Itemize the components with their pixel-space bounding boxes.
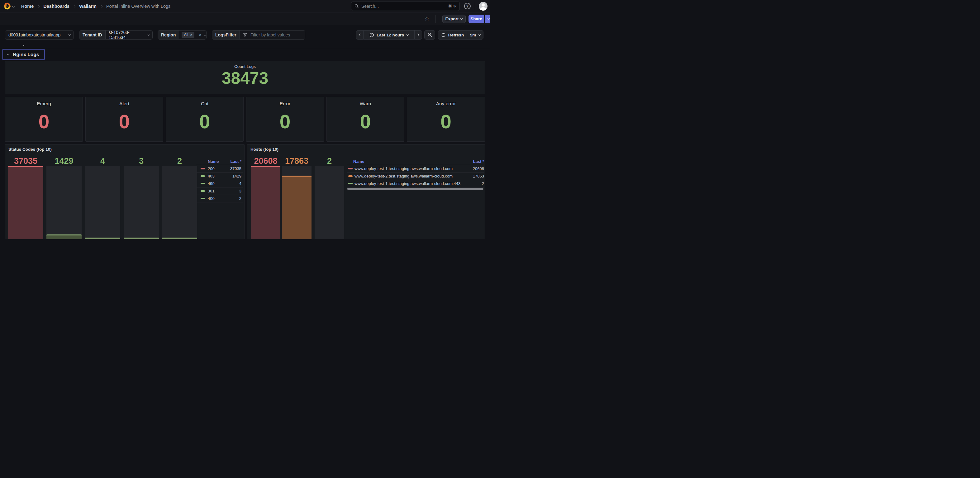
series-color-pill (200, 168, 205, 169)
legend-row[interactable]: 403 1429 (196, 173, 243, 180)
series-name[interactable]: www.deploy-test-1.test.staging.aws.walla… (355, 166, 453, 171)
series-color-pill (200, 198, 205, 199)
profile-button[interactable] (479, 2, 487, 11)
series-name[interactable]: www.deploy-test-1.test.staging.aws.walla… (355, 181, 460, 186)
legend-row[interactable]: 499 4 (196, 180, 243, 187)
time-zoom-out-button[interactable] (424, 30, 435, 40)
series-color-pill (200, 175, 205, 177)
bar-fill (46, 235, 82, 239)
panel-count-logs: Count Logs 38473 (5, 61, 485, 94)
panel-title: Crit (166, 101, 243, 106)
bar-499 (85, 166, 120, 239)
chevron-right-icon (37, 5, 40, 7)
bar-fill (162, 238, 197, 239)
export-button[interactable]: Export (442, 14, 466, 23)
dashboard-toolbar: ☆ Export Share (0, 13, 490, 25)
stat-value: 0 (5, 110, 83, 133)
legend-header-last[interactable]: Last * (473, 159, 484, 164)
share-dropdown-button[interactable] (485, 14, 490, 23)
legend-header-name[interactable]: Name (208, 159, 219, 164)
variable-tenant: Tenant ID st-107263-1581634 (79, 30, 153, 40)
panel-title: Warn (327, 101, 404, 106)
legend-header-last[interactable]: Last * (231, 159, 243, 164)
series-name[interactable]: www.deploy-test-2.test.staging.aws.walla… (355, 174, 453, 178)
zoom-out-icon (427, 32, 433, 37)
breadcrumb-wallarm[interactable]: Wallarm (79, 4, 97, 9)
legend-header-name[interactable]: Name (353, 159, 364, 164)
region-chip-all[interactable]: All × (181, 32, 194, 38)
bar-host-3 (315, 166, 344, 239)
series-name[interactable]: 499 (208, 181, 215, 186)
breadcrumb-dashboards[interactable]: Dashboards (43, 4, 70, 9)
series-name[interactable]: 400 (208, 196, 215, 201)
stat-value: 0 (247, 110, 324, 133)
chevron-down-icon (68, 33, 71, 35)
org-menu-button[interactable] (4, 3, 14, 10)
series-name[interactable]: 403 (208, 174, 215, 178)
refresh-interval-dropdown[interactable]: 5m (467, 30, 484, 40)
grafana-logo-icon (4, 3, 11, 10)
panel-hosts: Hosts (top 10) 20608 17863 2 Name Last *… (247, 144, 485, 239)
search-input[interactable]: Search... ⌘+k (351, 2, 460, 11)
series-last-value: 4 (239, 181, 243, 186)
chip-remove-icon[interactable]: × (190, 33, 192, 37)
series-name[interactable]: 200 (208, 166, 215, 171)
region-dropdown[interactable]: All × × (179, 30, 207, 39)
legend-row[interactable]: www.deploy-test-1.test.staging.aws.walla… (347, 180, 484, 187)
time-shift-forward-button[interactable] (415, 30, 422, 40)
legend-row[interactable]: www.deploy-test-1.test.staging.aws.walla… (347, 165, 484, 173)
count-logs-value: 38473 (5, 68, 485, 87)
favorite-star-button[interactable]: ☆ (424, 15, 430, 22)
bar-fill (282, 176, 312, 239)
panel-title: Status Codes (top 10) (8, 147, 52, 152)
legend-row[interactable]: 200 37035 (196, 165, 243, 173)
time-shift-back-button[interactable] (356, 30, 364, 40)
time-range-picker[interactable]: Last 12 hours (364, 30, 415, 40)
help-button[interactable]: ? (464, 3, 471, 10)
legend-row[interactable]: www.deploy-test-2.test.staging.aws.walla… (347, 173, 484, 180)
share-button[interactable]: Share (469, 14, 484, 23)
refresh-button[interactable]: Refresh (438, 30, 467, 40)
panel-stat-emerg: Emerg 0 (5, 97, 83, 142)
breadcrumb-home[interactable]: Home (21, 4, 33, 9)
panel-stat-any-error: Any error 0 (407, 97, 485, 142)
stat-value: 0 (166, 110, 243, 133)
bar-value-label: 4 (85, 156, 120, 166)
variable-region: Region All × × (158, 30, 207, 40)
logsfilter-placeholder: Filter by label values (250, 32, 290, 37)
logsfilter-input[interactable]: Filter by label values (240, 30, 305, 39)
bar-400 (162, 166, 197, 239)
bar-301 (124, 166, 159, 239)
export-label: Export (445, 16, 459, 21)
row-divider (0, 48, 490, 48)
chevron-left-icon (359, 33, 361, 36)
variable-app-dropdown[interactable]: d0001ainboxatestmailaapp (5, 30, 74, 40)
panel-title: Alert (86, 101, 163, 106)
bar-value-label: 3 (124, 156, 159, 166)
bar-403 (46, 166, 82, 239)
panel-title: Any error (407, 101, 485, 106)
refresh-icon (441, 33, 446, 37)
legend-scrollbar[interactable] (347, 188, 483, 190)
bar-value-label: 20608 (251, 156, 280, 166)
time-range-label: Last 12 hours (377, 33, 404, 37)
panel-stat-alert: Alert 0 (85, 97, 163, 142)
search-placeholder: Search... (361, 4, 379, 9)
clear-icon[interactable]: × (199, 32, 201, 37)
chevron-down-icon (7, 53, 10, 56)
series-name[interactable]: 301 (208, 189, 215, 194)
legend-header: Name Last * (196, 158, 243, 165)
row-handle-dot (23, 45, 24, 46)
series-color-pill (348, 183, 353, 184)
series-color-pill (348, 168, 353, 169)
series-last-value: 20608 (473, 166, 484, 171)
row-nginx-logs-toggle[interactable]: Nginx Logs (3, 49, 45, 60)
stat-value: 0 (327, 110, 404, 133)
bar-host-1 (251, 166, 280, 239)
tenant-dropdown[interactable]: st-107263-1581634 (106, 30, 152, 39)
legend-row[interactable]: 301 3 (196, 187, 243, 195)
refresh-group: Refresh 5m (438, 30, 484, 40)
series-last-value: 3 (239, 189, 243, 194)
legend-row[interactable]: 400 2 (196, 195, 243, 202)
series-last-value: 17863 (473, 174, 484, 178)
